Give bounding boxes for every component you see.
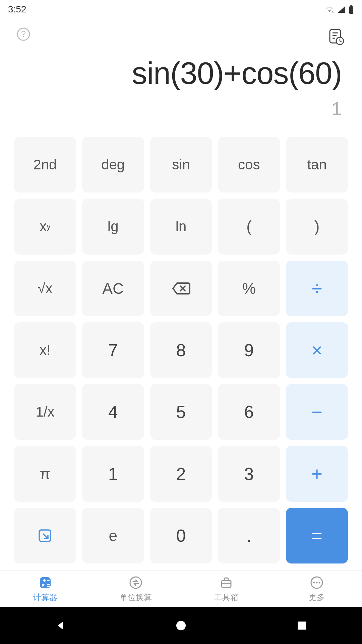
calculator-icon — [38, 575, 53, 590]
key-percent[interactable]: % — [218, 261, 280, 316]
key-minus[interactable]: − — [286, 384, 348, 440]
key-6[interactable]: 6 — [218, 384, 280, 440]
key-sin[interactable]: sin — [150, 137, 212, 193]
collapse-icon — [37, 528, 53, 543]
nav-toolbox-label: 工具箱 — [214, 592, 238, 603]
svg-point-28 — [316, 582, 318, 583]
key-9[interactable]: 9 — [218, 322, 280, 378]
key-backspace[interactable] — [150, 261, 212, 316]
nav-toolbox[interactable]: 工具箱 — [181, 575, 272, 603]
key-4[interactable]: 4 — [82, 384, 144, 440]
key-divide[interactable]: ÷ — [286, 261, 348, 316]
key-ln[interactable]: ln — [150, 199, 212, 254]
nav-calculator-label: 计算器 — [33, 592, 57, 603]
key-2nd[interactable]: 2nd — [14, 137, 76, 193]
help-icon: ? — [16, 27, 31, 42]
svg-point-29 — [319, 582, 320, 583]
help-button[interactable]: ? — [16, 27, 31, 43]
key-power[interactable]: xy — [14, 199, 76, 254]
key-2[interactable]: 2 — [150, 446, 212, 501]
svg-text:?: ? — [21, 29, 26, 39]
status-bar: 3:52 x — [0, 0, 362, 19]
key-3[interactable]: 3 — [218, 446, 280, 501]
key-cos[interactable]: cos — [218, 137, 280, 193]
key-5[interactable]: 5 — [150, 384, 212, 440]
square-recent-icon — [297, 621, 307, 631]
history-button[interactable] — [326, 27, 346, 48]
key-8[interactable]: 8 — [150, 322, 212, 378]
status-time: 3:52 — [8, 4, 26, 15]
bottom-nav: 计算器 单位换算 工具箱 更多 — [0, 570, 362, 607]
system-nav — [0, 607, 362, 644]
svg-rect-2 — [350, 5, 352, 6]
circle-home-icon — [175, 620, 187, 631]
more-icon — [309, 575, 324, 590]
expression-display: sin(30)+cos(60) — [20, 56, 342, 91]
nav-unit-convert-label: 单位换算 — [120, 592, 152, 603]
keypad: 2nd deg sin cos tan xy lg ln ( ) √x AC %… — [0, 133, 362, 570]
svg-point-23 — [130, 577, 141, 588]
key-ac[interactable]: AC — [82, 261, 144, 316]
history-icon — [326, 27, 346, 46]
key-7[interactable]: 7 — [82, 322, 144, 378]
sys-home-button[interactable] — [174, 618, 188, 633]
sys-back-button[interactable] — [53, 618, 68, 633]
svg-rect-24 — [222, 581, 231, 587]
key-dot[interactable]: . — [218, 508, 280, 564]
key-sqrt[interactable]: √x — [14, 261, 76, 316]
key-0[interactable]: 0 — [150, 508, 212, 564]
result-display: 1 — [20, 98, 342, 119]
top-bar: ? — [0, 19, 362, 56]
key-tan[interactable]: tan — [286, 137, 348, 193]
key-deg[interactable]: deg — [82, 137, 144, 193]
sys-recent-button[interactable] — [294, 618, 309, 633]
key-pi[interactable]: π — [14, 446, 76, 501]
svg-rect-1 — [349, 6, 353, 14]
triangle-back-icon — [54, 620, 66, 632]
svg-text:x: x — [332, 10, 334, 13]
status-icons: x — [324, 5, 354, 14]
nav-calculator[interactable]: 计算器 — [0, 575, 90, 603]
key-plus[interactable]: + — [286, 446, 348, 501]
key-lparen[interactable]: ( — [218, 199, 280, 254]
battery-icon — [349, 5, 354, 14]
svg-rect-31 — [298, 622, 306, 630]
key-rparen[interactable]: ) — [286, 199, 348, 254]
nav-more[interactable]: 更多 — [272, 575, 362, 603]
key-factorial[interactable]: x! — [14, 322, 76, 378]
key-equals[interactable]: = — [286, 508, 348, 564]
wifi-off-icon: x — [324, 5, 335, 13]
nav-more-label: 更多 — [309, 592, 325, 603]
key-1[interactable]: 1 — [82, 446, 144, 501]
backspace-icon — [172, 282, 190, 295]
key-collapse[interactable] — [14, 508, 76, 564]
display-area: sin(30)+cos(60) 1 — [0, 56, 362, 133]
toolbox-icon — [219, 575, 234, 590]
svg-point-30 — [176, 621, 186, 630]
nav-unit-convert[interactable]: 单位换算 — [90, 575, 181, 603]
signal-icon — [337, 5, 346, 13]
svg-point-27 — [313, 582, 315, 583]
key-e[interactable]: e — [82, 508, 144, 564]
key-lg[interactable]: lg — [82, 199, 144, 254]
key-multiply[interactable]: × — [286, 322, 348, 378]
key-reciprocal[interactable]: 1/x — [14, 384, 76, 440]
convert-icon — [128, 575, 143, 590]
